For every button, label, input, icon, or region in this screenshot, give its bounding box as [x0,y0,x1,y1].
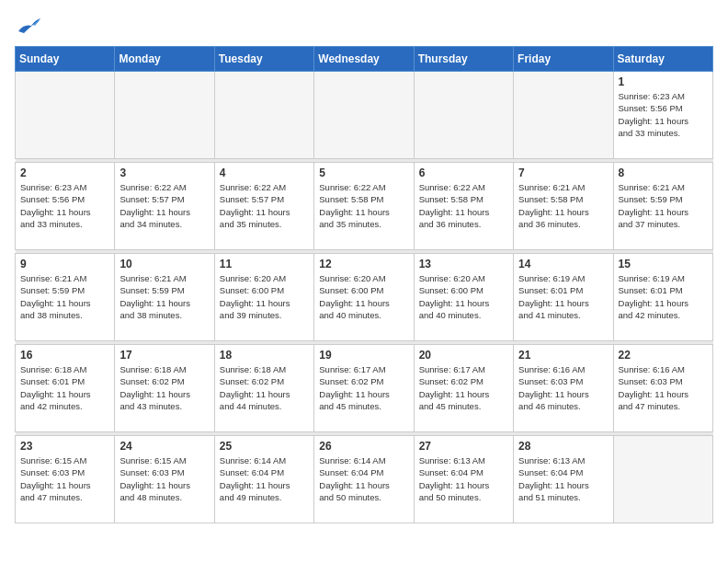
calendar-cell: 2Sunrise: 6:23 AMSunset: 5:56 PMDaylight… [16,163,115,250]
calendar-cell: 1Sunrise: 6:23 AMSunset: 5:56 PMDaylight… [613,72,712,159]
day-number: 14 [518,258,608,270]
day-number: 13 [419,258,508,270]
calendar-cell: 6Sunrise: 6:22 AMSunset: 5:58 PMDaylight… [414,163,513,250]
calendar-header-row: SundayMondayTuesdayWednesdayThursdayFrid… [16,47,713,72]
day-info: Sunrise: 6:21 AMSunset: 5:59 PMDaylight:… [20,272,109,321]
day-number: 26 [319,440,408,453]
page-header [15,15,713,35]
day-number: 17 [119,349,209,362]
calendar-cell: 25Sunrise: 6:14 AMSunset: 6:04 PMDayligh… [214,436,313,523]
day-info: Sunrise: 6:15 AMSunset: 6:03 PMDaylight:… [20,454,109,503]
day-info: Sunrise: 6:20 AMSunset: 6:00 PMDaylight:… [220,272,309,321]
day-info: Sunrise: 6:21 AMSunset: 5:59 PMDaylight:… [119,272,209,321]
calendar-cell: 12Sunrise: 6:20 AMSunset: 6:00 PMDayligh… [314,254,414,341]
calendar-cell: 14Sunrise: 6:19 AMSunset: 6:01 PMDayligh… [514,254,613,341]
day-info: Sunrise: 6:14 AMSunset: 6:04 PMDaylight:… [319,454,408,503]
calendar-header-thursday: Thursday [414,47,513,72]
day-number: 2 [20,167,109,179]
day-info: Sunrise: 6:22 AMSunset: 5:58 PMDaylight:… [419,181,508,230]
calendar-week-1: 2Sunrise: 6:23 AMSunset: 5:56 PMDaylight… [16,163,713,250]
day-info: Sunrise: 6:19 AMSunset: 6:01 PMDaylight:… [619,272,708,321]
day-info: Sunrise: 6:18 AMSunset: 6:02 PMDaylight:… [220,363,309,412]
calendar-week-0: 1Sunrise: 6:23 AMSunset: 5:56 PMDaylight… [16,72,713,159]
calendar-cell: 20Sunrise: 6:17 AMSunset: 6:02 PMDayligh… [414,345,513,432]
day-number: 22 [619,349,708,362]
calendar-cell: 8Sunrise: 6:21 AMSunset: 5:59 PMDaylight… [613,163,712,250]
calendar-cell: 5Sunrise: 6:22 AMSunset: 5:58 PMDaylight… [314,163,414,250]
day-number: 6 [419,167,508,179]
calendar-header-tuesday: Tuesday [214,47,313,72]
day-info: Sunrise: 6:16 AMSunset: 6:03 PMDaylight:… [619,363,708,412]
day-number: 25 [220,440,309,453]
calendar-header-wednesday: Wednesday [314,47,414,72]
day-info: Sunrise: 6:21 AMSunset: 5:59 PMDaylight:… [619,181,708,230]
day-number: 4 [220,167,309,179]
calendar-cell: 27Sunrise: 6:13 AMSunset: 6:04 PMDayligh… [414,436,513,523]
calendar-header-friday: Friday [514,47,613,72]
calendar-cell: 18Sunrise: 6:18 AMSunset: 6:02 PMDayligh… [214,345,313,432]
calendar-cell: 15Sunrise: 6:19 AMSunset: 6:01 PMDayligh… [613,254,712,341]
calendar-cell: 3Sunrise: 6:22 AMSunset: 5:57 PMDaylight… [115,163,214,250]
calendar-cell: 22Sunrise: 6:16 AMSunset: 6:03 PMDayligh… [613,345,712,432]
calendar-cell: 11Sunrise: 6:20 AMSunset: 6:00 PMDayligh… [214,254,313,341]
calendar-cell [514,72,613,159]
day-number: 11 [220,258,309,270]
calendar-week-4: 23Sunrise: 6:15 AMSunset: 6:03 PMDayligh… [16,436,713,523]
calendar-cell: 9Sunrise: 6:21 AMSunset: 5:59 PMDaylight… [16,254,115,341]
calendar-cell: 21Sunrise: 6:16 AMSunset: 6:03 PMDayligh… [514,345,613,432]
day-info: Sunrise: 6:15 AMSunset: 6:03 PMDaylight:… [119,454,209,503]
calendar-cell: 13Sunrise: 6:20 AMSunset: 6:00 PMDayligh… [414,254,513,341]
day-number: 21 [518,349,608,362]
day-number: 19 [319,349,408,362]
calendar-table: SundayMondayTuesdayWednesdayThursdayFrid… [15,46,713,523]
calendar-cell: 4Sunrise: 6:22 AMSunset: 5:57 PMDaylight… [214,163,313,250]
calendar-cell: 23Sunrise: 6:15 AMSunset: 6:03 PMDayligh… [16,436,115,523]
day-info: Sunrise: 6:23 AMSunset: 5:56 PMDaylight:… [619,90,708,139]
day-number: 7 [518,167,608,179]
calendar-body: 1Sunrise: 6:23 AMSunset: 5:56 PMDaylight… [16,72,713,523]
calendar-header-monday: Monday [115,47,214,72]
day-number: 27 [419,440,508,453]
day-info: Sunrise: 6:20 AMSunset: 6:00 PMDaylight:… [419,272,508,321]
day-info: Sunrise: 6:22 AMSunset: 5:57 PMDaylight:… [119,181,209,230]
day-number: 8 [619,167,708,179]
calendar-cell [16,72,115,159]
calendar-cell [214,72,313,159]
day-number: 3 [119,167,209,179]
calendar-cell: 17Sunrise: 6:18 AMSunset: 6:02 PMDayligh… [115,345,214,432]
day-number: 23 [20,440,109,453]
day-number: 28 [518,440,608,453]
day-info: Sunrise: 6:22 AMSunset: 5:58 PMDaylight:… [319,181,408,230]
calendar-header-sunday: Sunday [16,47,115,72]
day-info: Sunrise: 6:13 AMSunset: 6:04 PMDaylight:… [518,454,608,503]
day-info: Sunrise: 6:19 AMSunset: 6:01 PMDaylight:… [518,272,608,321]
day-number: 20 [419,349,508,362]
day-info: Sunrise: 6:18 AMSunset: 6:01 PMDaylight:… [20,363,109,412]
day-number: 10 [119,258,209,270]
day-number: 9 [20,258,109,270]
day-number: 18 [220,349,309,362]
calendar-cell: 28Sunrise: 6:13 AMSunset: 6:04 PMDayligh… [514,436,613,523]
calendar-cell [414,72,513,159]
calendar-cell: 7Sunrise: 6:21 AMSunset: 5:58 PMDaylight… [514,163,613,250]
day-info: Sunrise: 6:13 AMSunset: 6:04 PMDaylight:… [419,454,508,503]
calendar-cell: 24Sunrise: 6:15 AMSunset: 6:03 PMDayligh… [115,436,214,523]
day-number: 16 [20,349,109,362]
day-info: Sunrise: 6:23 AMSunset: 5:56 PMDaylight:… [20,181,109,230]
calendar-cell: 10Sunrise: 6:21 AMSunset: 5:59 PMDayligh… [115,254,214,341]
day-info: Sunrise: 6:14 AMSunset: 6:04 PMDaylight:… [220,454,309,503]
calendar-cell: 16Sunrise: 6:18 AMSunset: 6:01 PMDayligh… [16,345,115,432]
calendar-cell [115,72,214,159]
day-number: 24 [119,440,209,453]
day-info: Sunrise: 6:18 AMSunset: 6:02 PMDaylight:… [119,363,209,412]
calendar-cell: 26Sunrise: 6:14 AMSunset: 6:04 PMDayligh… [314,436,414,523]
day-number: 1 [619,75,708,88]
day-info: Sunrise: 6:22 AMSunset: 5:57 PMDaylight:… [220,181,309,230]
calendar-cell [613,436,712,523]
calendar-header-saturday: Saturday [613,47,712,72]
day-info: Sunrise: 6:16 AMSunset: 6:03 PMDaylight:… [518,363,608,412]
day-info: Sunrise: 6:17 AMSunset: 6:02 PMDaylight:… [319,363,408,412]
logo-bird-icon [17,15,42,35]
calendar-cell [314,72,414,159]
day-number: 15 [619,258,708,270]
